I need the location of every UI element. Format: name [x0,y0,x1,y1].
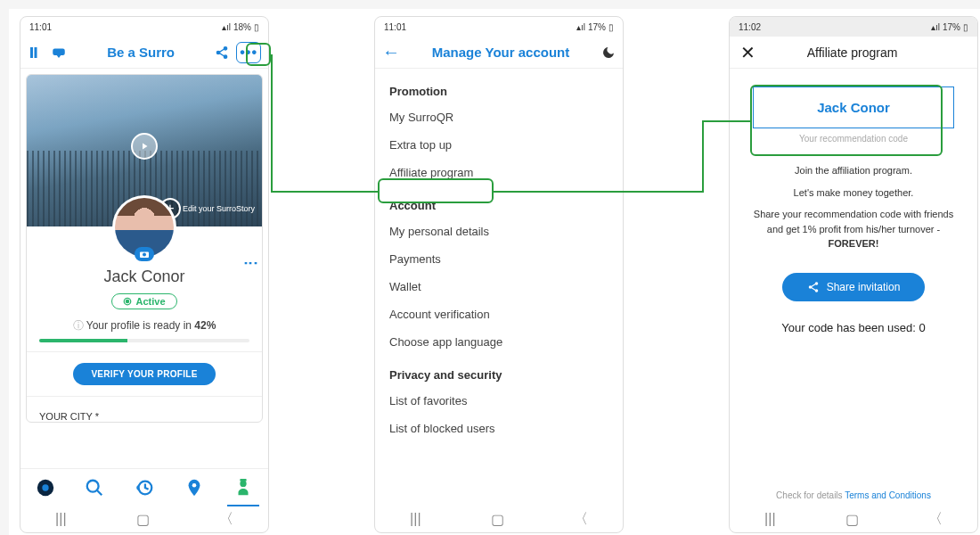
battery-text: 17% [588,22,606,32]
item-personal-details[interactable]: My personal details [389,218,608,245]
status-bar: 11:02 ▴ıl 17% ▯ [730,17,977,37]
svg-rect-15 [241,478,247,481]
item-language[interactable]: Choose app language [389,328,608,356]
bottom-nav [20,468,268,506]
svg-rect-0 [30,47,33,58]
section-privacy: Privacy and security [389,368,608,382]
nav-history-icon[interactable] [127,470,162,506]
status-right: ▴ıl 18% ▯ [222,22,259,32]
used-count: 0 [919,321,925,334]
section-account: Account [389,199,608,212]
item-surroqr[interactable]: My SurroQR [389,103,608,131]
flow-line [271,54,273,191]
affiliate-line3: Share your recommendation code with frie… [746,207,961,251]
terms-link[interactable]: Terms and Conditions [845,490,931,500]
profile-content: + Edit your SurroStory ⋮ Jack Conor Acti… [20,69,268,468]
tandc-prefix: Check for details [776,490,845,500]
svg-point-7 [143,253,146,257]
affiliate-line2: Let's make money together. [746,185,961,201]
nav-search-icon[interactable] [77,470,112,506]
item-wallet[interactable]: Wallet [389,273,608,300]
ready-prefix: Your profile is ready in [86,319,195,332]
ready-percent: 42% [194,319,216,332]
sys-recent-icon[interactable]: ||| [410,511,421,527]
cover-photo[interactable]: + Edit your SurroStory [27,75,262,226]
line3-forever: FOREVER! [829,238,879,249]
svg-point-12 [87,480,99,491]
battery-text: 17% [943,22,960,32]
sys-back-icon[interactable]: 〈 [219,510,233,529]
phone-account-screen: 11:01 ▴ıl 17% ▯ ← Manage Your account Pr… [374,16,624,533]
affiliate-content: Jack Conor Your recommendation code Join… [730,69,977,506]
page-title: Manage Your account [407,45,594,60]
item-extra-topup[interactable]: Extra top up [389,131,608,159]
status-badge: Active [111,293,176,309]
affiliate-line1: Join the affiliation program. [746,163,961,178]
item-blocked[interactable]: List of blocked users [389,415,608,442]
edit-story-label: Edit your SurroStory [183,204,255,213]
svg-point-14 [192,482,196,487]
item-payments[interactable]: Payments [389,245,608,273]
recommendation-code[interactable]: Jack Conor [753,86,954,128]
code-hint: Your recommendation code [730,134,977,144]
map-icon[interactable] [28,45,44,61]
line3-prefix: Share your recommendation code with frie… [754,209,953,235]
svg-point-11 [42,484,48,490]
sys-back-icon[interactable]: 〈 [928,510,943,529]
item-favorites[interactable]: List of favorites [389,387,608,415]
system-nav: ||| ▢ 〈 [375,506,623,532]
battery-icon: ▯ [608,22,614,32]
avatar[interactable] [112,195,176,259]
system-nav: ||| ▢ 〈 [20,506,268,532]
signal-icon: ▴ıl [576,22,585,32]
play-icon[interactable] [131,133,158,160]
verify-profile-button[interactable]: VERIFY YOUR PROFILE [73,363,216,385]
phone-profile-screen: 11:01 ▴ıl 18% ▯ Be a Surro ••• + [20,16,269,533]
account-list: Promotion My SurroQR Extra top up Affili… [375,69,623,506]
nav-location-icon[interactable] [176,470,212,506]
status-label: Active [135,296,165,307]
sys-recent-icon[interactable]: ||| [55,511,66,527]
profile-name: Jack Conor [27,268,262,286]
sys-home-icon[interactable]: ▢ [136,511,150,528]
share-icon[interactable] [215,45,229,60]
progress-bar [39,339,249,342]
item-affiliate-program[interactable]: Affiliate program [389,159,608,186]
card-more-icon[interactable]: ⋮ [242,256,259,268]
sys-home-icon[interactable]: ▢ [845,511,859,528]
svg-point-9 [127,300,129,302]
sys-recent-icon[interactable]: ||| [764,511,775,527]
phone-affiliate-screen: 11:02 ▴ıl 17% ▯ ✕ Affiliate program Jack… [729,16,978,533]
nav-profile-icon[interactable] [225,470,261,506]
more-menu-icon[interactable]: ••• [236,42,261,63]
status-bar: 11:01 ▴ıl 18% ▯ [20,17,268,37]
camera-icon[interactable] [135,247,154,261]
top-bar: ← Manage Your account [375,37,623,69]
top-bar: Be a Surro ••• [20,37,268,69]
profile-progress-text: ⓘ Your profile is ready in 42% [27,318,262,333]
svg-rect-1 [35,47,37,58]
page-title: Be a Surro [74,45,208,60]
chat-icon[interactable] [51,45,67,61]
nav-home-icon[interactable] [28,470,63,506]
battery-icon: ▯ [963,22,968,32]
close-icon[interactable]: ✕ [740,42,755,63]
code-used: Your code has been used: 0 [730,321,977,334]
profile-card: + Edit your SurroStory ⋮ Jack Conor Acti… [26,74,263,423]
status-right: ▴ıl 17% ▯ [576,22,614,32]
section-promotion: Promotion [389,85,608,98]
flow-line [271,191,378,193]
flow-line [702,120,704,193]
dark-mode-icon[interactable] [601,45,616,60]
back-icon[interactable]: ← [382,42,400,62]
share-label: Share invitation [827,281,901,293]
page-title: Affiliate program [755,45,949,60]
status-time: 11:02 [739,22,761,32]
terms-footer: Check for details Terms and Conditions [730,490,977,500]
share-invitation-button[interactable]: Share invitation [782,273,925,301]
affiliate-header: ✕ Affiliate program [730,37,977,69]
svg-rect-2 [53,48,65,55]
item-verification[interactable]: Account verification [389,300,608,328]
sys-back-icon[interactable]: 〈 [574,510,588,529]
sys-home-icon[interactable]: ▢ [491,511,504,528]
